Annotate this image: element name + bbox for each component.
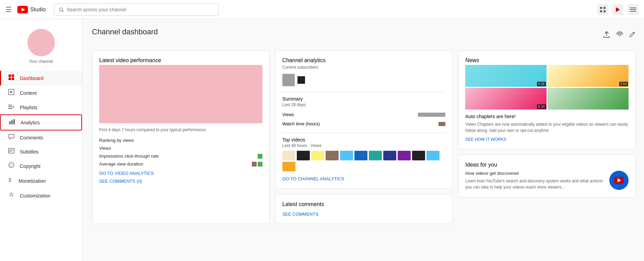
top-video-8 [383, 151, 396, 160]
upload-icon[interactable] [603, 31, 610, 40]
copyright-icon: C [8, 162, 14, 170]
nav-icon-grid[interactable] [597, 4, 608, 15]
avgduration-bars [252, 162, 262, 167]
analytics-icon [9, 118, 15, 126]
top-videos-subtitle: Last 48 hours · Views [282, 143, 446, 148]
perf-row-views: Views [99, 144, 262, 152]
news-thumbnails: 0:16 3:54 6:10 [465, 65, 629, 110]
broadcast-icon[interactable] [616, 31, 623, 40]
top-video-4 [326, 151, 339, 160]
see-comments-link[interactable]: SEE COMMENTS (0) [99, 179, 262, 184]
divider2 [282, 133, 446, 133]
current-subs-label: Current subscribers [282, 65, 446, 70]
go-to-channel-analytics-link[interactable]: GO TO CHANNEL ANALYTICS [282, 176, 446, 181]
news-article-title: Auto chapters are here! [465, 114, 629, 119]
nav-right [597, 4, 639, 15]
ctr-bars [258, 154, 262, 159]
svg-text:$: $ [9, 177, 11, 183]
ranking-label: Ranking by views [99, 138, 134, 143]
top-nav: ☰ Studio [0, 0, 644, 19]
see-how-it-works-link[interactable]: SEE HOW IT WORKS [465, 137, 506, 142]
divider1 [282, 92, 446, 92]
top-video-7 [369, 151, 382, 160]
sidebar-label-comments: Comments [20, 135, 43, 140]
top-video-10 [412, 151, 425, 160]
sidebar-item-content[interactable]: Content [0, 86, 82, 100]
latest-video-card: Latest video performance First 4 days 7 … [92, 50, 270, 224]
watchtime-bar [438, 122, 445, 126]
svg-rect-24 [13, 119, 15, 124]
perf-row-ranking: Ranking by views [99, 136, 262, 144]
search-bar[interactable] [54, 3, 219, 16]
avatar [27, 29, 55, 56]
go-to-video-analytics-link[interactable]: GO TO VIDEO ANALYTICS [99, 171, 262, 176]
ideas-content: How videos get discovered Learn how YouT… [465, 171, 629, 190]
svg-rect-12 [9, 75, 11, 77]
search-icon [58, 7, 64, 12]
nav-icon-menu[interactable] [628, 4, 639, 15]
svg-marker-21 [13, 106, 14, 108]
news-title: News [465, 57, 629, 64]
duration-bar-green [258, 162, 262, 167]
watchtime-label: Watch time (hours) [282, 121, 320, 126]
svg-text:C: C [10, 164, 13, 167]
ctr-bar-green [258, 154, 262, 159]
see-comments-btn[interactable]: SEE COMMENTS [282, 212, 446, 217]
comments-icon [8, 134, 14, 141]
sidebar-label-analytics: Analytics [21, 120, 40, 125]
subtitles-icon [8, 148, 14, 155]
svg-rect-6 [600, 10, 602, 12]
svg-rect-5 [604, 7, 606, 9]
latest-comments-card: Latest comments SEE COMMENTS [275, 194, 453, 224]
channel-analytics-title: Channel analytics [282, 57, 446, 64]
logo: Studio [17, 6, 46, 13]
svg-rect-7 [604, 10, 606, 12]
ctr-label: Impressions click-through rate [99, 154, 159, 159]
svg-marker-17 [10, 91, 13, 93]
search-input[interactable] [67, 7, 214, 12]
youtube-logo [17, 6, 28, 13]
subs-avatar1 [282, 74, 295, 86]
perf-row-avgduration: Average view duration [99, 160, 262, 168]
sidebar-item-analytics[interactable]: Analytics [0, 114, 82, 130]
sidebar-item-playlists[interactable]: Playlists [0, 100, 82, 114]
summary-watchtime-row: Watch time (hours) [282, 119, 446, 128]
news-card: News 0:16 3:54 6:10 Auto chapters a [458, 50, 636, 149]
channel-analytics-card: Channel analytics Current subscribers Su… [275, 50, 453, 189]
nav-icon-play[interactable] [612, 4, 623, 15]
ideas-text: How videos get discovered Learn how YouT… [465, 171, 605, 190]
playlists-icon [8, 104, 14, 111]
summary-title: Summary [282, 96, 446, 102]
top-video-5 [340, 151, 353, 160]
hamburger-icon[interactable]: ☰ [5, 5, 12, 14]
sidebar-item-customization[interactable]: Customization [0, 188, 82, 203]
ideas-subtitle: How videos get discovered [465, 171, 605, 176]
subscribers-section [282, 74, 446, 86]
svg-rect-4 [600, 7, 602, 9]
main-content: Channel dashboard [82, 19, 644, 261]
svg-rect-15 [12, 78, 14, 80]
sidebar-item-copyright[interactable]: C Copyright [0, 159, 82, 173]
sidebar-item-dashboard[interactable]: Dashboard [0, 71, 82, 86]
latest-video-title: Latest video performance [99, 57, 262, 64]
monetization-icon: $ [8, 177, 13, 185]
ideas-desc: Learn how YouTube's search and discovery… [465, 178, 605, 190]
subs-avatar2 [297, 76, 305, 84]
sidebar-label-subtitles: Subtitles [20, 149, 38, 155]
main-header: Channel dashboard [92, 27, 636, 43]
sidebar-label-customization: Customization [20, 193, 50, 198]
logo-text: Studio [30, 7, 46, 13]
svg-rect-14 [9, 78, 11, 80]
sidebar-item-monetization[interactable]: $ Monetization [0, 173, 82, 188]
summary-subtitle: Last 28 days [282, 102, 446, 107]
svg-marker-8 [616, 7, 620, 12]
edit-icon[interactable] [629, 31, 636, 40]
latest-comments-title: Latest comments [282, 201, 446, 207]
sidebar-item-comments[interactable]: Comments [0, 130, 82, 145]
top-videos-title: Top videos [282, 137, 446, 143]
news-duration-2: 3:54 [619, 82, 628, 86]
channel-label: Your channel [29, 59, 53, 64]
top-video-3 [311, 151, 324, 160]
sidebar-item-subtitles[interactable]: Subtitles [0, 145, 82, 159]
news-thumb-3: 6:10 [465, 88, 546, 110]
